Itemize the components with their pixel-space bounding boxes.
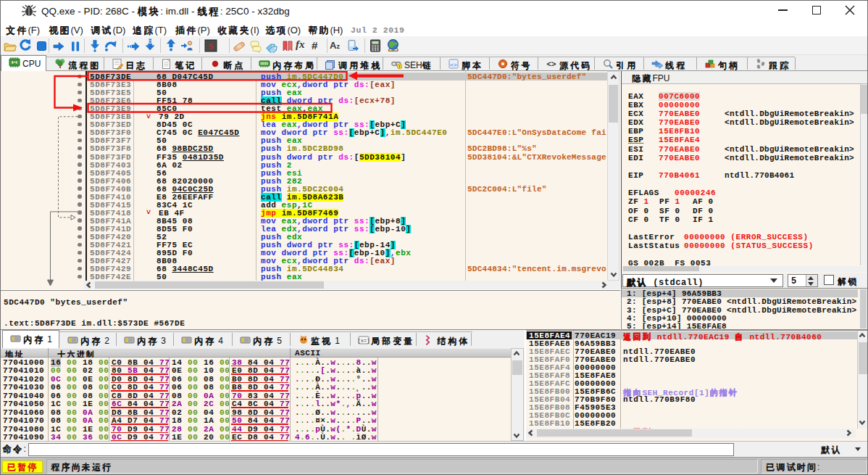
svg-text:<>: <> (547, 59, 556, 68)
svg-text:<>: <> (450, 62, 457, 68)
svg-text:32: 32 (12, 61, 17, 65)
svg-text:[x=]: [x=] (358, 338, 370, 344)
svg-text:S: S (208, 41, 213, 51)
svg-text:!: ! (399, 65, 401, 69)
